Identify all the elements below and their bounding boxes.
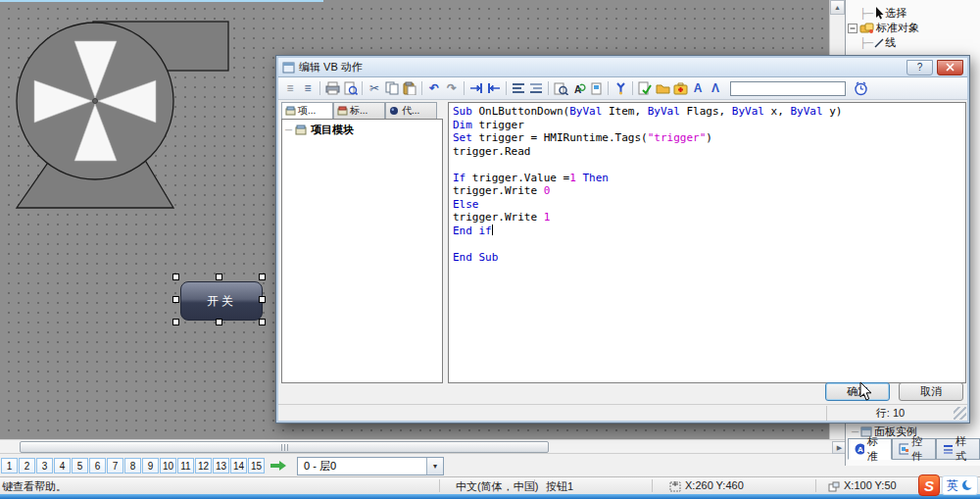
- lambda-glyph-icon[interactable]: Λ: [707, 80, 724, 97]
- selection-handle-w[interactable]: [172, 296, 179, 303]
- tab-standard[interactable]: A 标准: [848, 438, 892, 460]
- selection-handle-se[interactable]: [259, 319, 266, 325]
- text-caret: [492, 225, 493, 235]
- tree-item-project-module[interactable]: ─ 项目模块: [282, 123, 442, 137]
- selection-handle-n[interactable]: [216, 274, 222, 280]
- selection-handle-nw[interactable]: [172, 274, 179, 280]
- code-line-1: Sub OnLButtonDown(ByVal Item, ByVal Flag…: [453, 105, 965, 119]
- redo-icon[interactable]: ↷: [443, 80, 461, 97]
- fan-blower-graphic[interactable]: [0, 0, 255, 221]
- edit-vb-action-dialog: 编辑 VB 动作 ? ≡ ≡ ✂: [275, 55, 970, 424]
- cut-icon[interactable]: ✂: [366, 80, 383, 97]
- copy-icon[interactable]: [383, 80, 401, 97]
- layer-button-10[interactable]: 10: [160, 458, 176, 474]
- palette-item-label: 标准对象: [876, 21, 919, 35]
- ime-widget[interactable]: S 英: [918, 474, 978, 497]
- code-line-6: If trigger.Value =1 Then: [453, 172, 965, 185]
- selection-handle-s[interactable]: [216, 319, 222, 325]
- indent-icon[interactable]: [467, 80, 485, 97]
- styles-icon: [943, 443, 953, 455]
- cancel-button[interactable]: 取消: [899, 382, 963, 401]
- font-glyph-icon[interactable]: A: [689, 80, 707, 97]
- chevron-down-icon[interactable]: ▾: [426, 458, 443, 474]
- comment-block-icon[interactable]: [510, 80, 527, 97]
- layer-button-6[interactable]: 6: [89, 458, 106, 474]
- canvas-horizontal-scrollbar[interactable]: ▶: [0, 439, 847, 454]
- module-tree: ─ 项目模块: [281, 119, 443, 383]
- open-folder-icon[interactable]: [654, 80, 671, 97]
- code-line-8: Else: [453, 198, 965, 212]
- horizontal-scroll-thumb[interactable]: [20, 441, 549, 453]
- dialog-titlebar[interactable]: 编辑 VB 动作 ?: [278, 58, 967, 77]
- palette-item-standard-objects[interactable]: 标准对象: [846, 21, 980, 35]
- first-aid-icon[interactable]: [671, 80, 689, 97]
- layer-button-5[interactable]: 5: [72, 458, 88, 474]
- help-button[interactable]: ?: [906, 60, 933, 75]
- layer-button-15[interactable]: 15: [248, 458, 265, 474]
- print-icon[interactable]: [323, 80, 341, 97]
- tab-controls[interactable]: 控件: [892, 438, 936, 460]
- uncomment-block-icon[interactable]: [527, 80, 545, 97]
- syntax-check-icon[interactable]: [636, 80, 654, 97]
- editor-toolbar: ≡ ≡ ✂ ↶ ↷: [278, 77, 967, 100]
- tab-standard-modules[interactable]: 标...: [333, 102, 385, 119]
- vb-code-editor[interactable]: Sub OnLButtonDown(ByVal Item, ByVal Flag…: [448, 102, 966, 383]
- toggle-margin-icon[interactable]: ≡: [281, 80, 299, 97]
- print-preview-icon[interactable]: [341, 80, 359, 97]
- script-module-panel: 项... 标... 代... ─ 项目模块: [281, 102, 443, 383]
- question-icon: ?: [917, 62, 923, 73]
- undo-icon[interactable]: ↶: [425, 80, 443, 97]
- dialog-title: 编辑 VB 动作: [299, 60, 903, 75]
- wrench-icon[interactable]: [612, 80, 629, 97]
- layer-bar: 123456789101112131415 0 - 层0 ▾: [0, 454, 845, 477]
- status-cursor-pos: X:260 Y:460: [685, 479, 744, 491]
- code-line-9: trigger.Write 1: [453, 211, 965, 225]
- selection-handle-sw[interactable]: [172, 319, 179, 325]
- toolbar-text-field[interactable]: [730, 81, 846, 96]
- palette-item-line[interactable]: ├─ 线: [846, 35, 980, 50]
- ime-panel[interactable]: 英: [942, 475, 978, 495]
- layer-button-11[interactable]: 11: [177, 458, 194, 474]
- switch-button[interactable]: 开关: [180, 281, 263, 321]
- tab-code-templates[interactable]: 代...: [385, 102, 437, 119]
- ok-button[interactable]: 确定: [825, 382, 890, 401]
- outdent-icon[interactable]: [485, 80, 503, 97]
- selection-handle-e[interactable]: [259, 296, 266, 303]
- layer-button-8[interactable]: 8: [124, 458, 141, 474]
- scroll-up-button[interactable]: ▲: [830, 0, 845, 15]
- layer-button-4[interactable]: 4: [54, 458, 71, 474]
- layer-select-combobox[interactable]: 0 - 层0 ▾: [297, 457, 444, 475]
- replace-icon[interactable]: A: [569, 80, 587, 97]
- tab-styles[interactable]: 样式: [936, 438, 980, 460]
- ime-language-label[interactable]: 英: [947, 477, 958, 494]
- selection-handle-ne[interactable]: [259, 274, 266, 280]
- code-line-2: Dim trigger: [453, 119, 965, 132]
- timer-icon[interactable]: [852, 80, 869, 97]
- layer-button-13[interactable]: 13: [213, 458, 229, 474]
- tab-label: 项...: [298, 104, 316, 118]
- green-arrow-icon[interactable]: [270, 459, 287, 473]
- bookmark-icon[interactable]: [587, 80, 605, 97]
- dialog-body: 项... 标... 代... ─ 项目模块: [281, 102, 966, 383]
- close-button[interactable]: [937, 60, 963, 75]
- tab-label: 代...: [402, 104, 419, 118]
- controls-icon: [899, 443, 908, 455]
- paste-icon[interactable]: [401, 80, 418, 97]
- layer-button-14[interactable]: 14: [230, 458, 247, 474]
- layer-button-1[interactable]: 1: [1, 458, 18, 474]
- layer-button-2[interactable]: 2: [19, 458, 35, 474]
- mouse-cursor: [859, 382, 873, 402]
- align-lines-icon[interactable]: ≡: [299, 80, 317, 97]
- layer-button-3[interactable]: 3: [36, 458, 53, 474]
- status-object-name: 按钮1: [546, 479, 573, 494]
- find-icon[interactable]: [552, 80, 569, 97]
- layer-button-12[interactable]: 12: [195, 458, 212, 474]
- sogou-logo-icon[interactable]: S: [918, 474, 940, 496]
- layer-button-9[interactable]: 9: [142, 458, 159, 474]
- layer-button-7[interactable]: 7: [107, 458, 123, 474]
- palette-item-select[interactable]: ├─ 选择: [846, 6, 980, 21]
- moon-icon[interactable]: [961, 479, 973, 491]
- tab-project-modules[interactable]: 项...: [281, 102, 333, 119]
- window-top-edge: [0, 0, 323, 2]
- resize-grip[interactable]: [954, 407, 966, 420]
